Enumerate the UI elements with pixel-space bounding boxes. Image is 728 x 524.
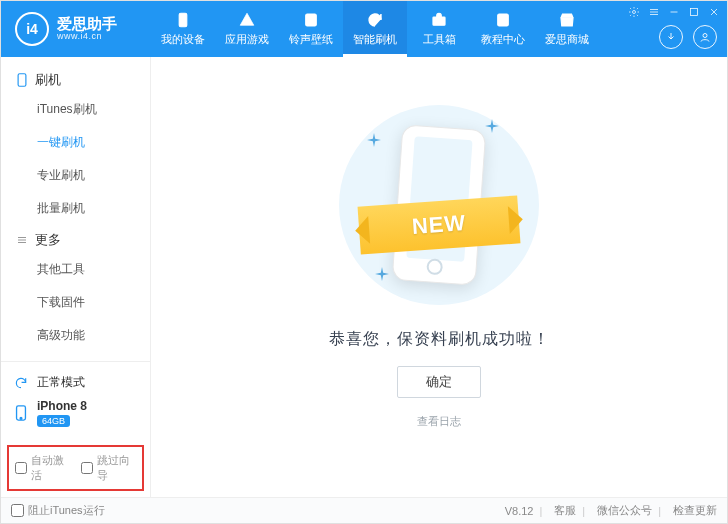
- sidebar-item[interactable]: 高级功能: [1, 319, 150, 352]
- nav-item-refresh[interactable]: 智能刷机: [343, 1, 407, 57]
- apps-icon: [238, 11, 256, 29]
- nav-item-shop[interactable]: 爱思商城: [535, 1, 599, 57]
- options-box: 自动激活 跳过向导: [7, 445, 144, 491]
- phone-icon: [15, 73, 29, 87]
- device-icon: [13, 405, 29, 421]
- sidebar-item[interactable]: 其他工具: [1, 253, 150, 286]
- app-header: i4 爱思助手 www.i4.cn 我的设备应用游戏铃声壁纸智能刷机工具箱教程中…: [1, 1, 727, 57]
- version-label: V8.12: [505, 505, 534, 517]
- ok-button[interactable]: 确定: [397, 366, 481, 398]
- brand-logo-icon: i4: [15, 12, 49, 46]
- sidebar-item[interactable]: 下载固件: [1, 286, 150, 319]
- device-badge: 64GB: [37, 415, 70, 427]
- svg-point-5: [633, 11, 636, 14]
- account-button[interactable]: [693, 25, 717, 49]
- sparkle-icon: [375, 267, 389, 285]
- sidebar-item[interactable]: 批量刷机: [1, 192, 150, 225]
- brand: i4 爱思助手 www.i4.cn: [1, 12, 151, 46]
- device-info[interactable]: iPhone 8 64GB: [13, 395, 138, 431]
- toolbox-icon: [430, 11, 448, 29]
- check-update-link[interactable]: 检查更新: [673, 503, 717, 518]
- wechat-link[interactable]: 微信公众号: [597, 503, 652, 518]
- nav-item-book[interactable]: 教程中心: [471, 1, 535, 57]
- main-panel: NEW 恭喜您，保资料刷机成功啦！ 确定 查看日志: [151, 57, 727, 497]
- svg-rect-6: [691, 9, 698, 16]
- svg-point-7: [703, 34, 707, 38]
- sidebar-group-flash: 刷机: [1, 65, 150, 93]
- svg-point-10: [20, 417, 22, 419]
- sidebar-group-label: 更多: [35, 231, 61, 249]
- success-illustration: NEW: [339, 105, 539, 305]
- download-button[interactable]: [659, 25, 683, 49]
- svg-point-1: [182, 24, 184, 26]
- nav-item-music[interactable]: 铃声壁纸: [279, 1, 343, 57]
- svg-rect-3: [433, 17, 445, 25]
- close-icon[interactable]: [707, 5, 721, 19]
- settings-icon[interactable]: [627, 5, 641, 19]
- menu-icon[interactable]: [647, 5, 661, 19]
- nav-item-apps[interactable]: 应用游戏: [215, 1, 279, 57]
- support-link[interactable]: 客服: [554, 503, 576, 518]
- svg-rect-8: [18, 74, 26, 86]
- nav-item-toolbox[interactable]: 工具箱: [407, 1, 471, 57]
- sidebar-item[interactable]: 一键刷机: [1, 126, 150, 159]
- sidebar-group-more: 更多: [1, 225, 150, 253]
- brand-subtitle: www.i4.cn: [57, 32, 117, 42]
- more-icon: [15, 233, 29, 247]
- refresh-icon: [366, 11, 384, 29]
- sidebar-group-label: 刷机: [35, 71, 61, 89]
- block-itunes-checkbox[interactable]: 阻止iTunes运行: [11, 503, 105, 518]
- top-nav: 我的设备应用游戏铃声壁纸智能刷机工具箱教程中心爱思商城: [151, 1, 599, 57]
- maximize-icon[interactable]: [687, 5, 701, 19]
- music-icon: [302, 11, 320, 29]
- minimize-icon[interactable]: [667, 5, 681, 19]
- phone-icon: [174, 11, 192, 29]
- device-mode[interactable]: 正常模式: [13, 370, 138, 395]
- nav-item-phone[interactable]: 我的设备: [151, 1, 215, 57]
- sidebar-item[interactable]: 专业刷机: [1, 159, 150, 192]
- success-message: 恭喜您，保资料刷机成功啦！: [329, 329, 550, 350]
- sparkle-icon: [485, 119, 499, 137]
- device-name: iPhone 8: [37, 399, 87, 413]
- view-log-link[interactable]: 查看日志: [417, 414, 461, 429]
- sparkle-icon: [367, 133, 381, 151]
- auto-activate-checkbox[interactable]: 自动激活: [15, 453, 71, 483]
- sidebar-bottom: 正常模式 iPhone 8 64GB: [1, 361, 150, 439]
- brand-title: 爱思助手: [57, 16, 117, 33]
- book-icon: [494, 11, 512, 29]
- shop-icon: [558, 11, 576, 29]
- skip-guide-checkbox[interactable]: 跳过向导: [81, 453, 137, 483]
- status-bar: 阻止iTunes运行 V8.12 | 客服 | 微信公众号 | 检查更新: [1, 497, 727, 523]
- sidebar: 刷机 iTunes刷机一键刷机专业刷机批量刷机 更多 其他工具下载固件高级功能 …: [1, 57, 151, 497]
- sidebar-item[interactable]: iTunes刷机: [1, 93, 150, 126]
- refresh-icon: [13, 375, 29, 391]
- window-controls: [627, 5, 721, 19]
